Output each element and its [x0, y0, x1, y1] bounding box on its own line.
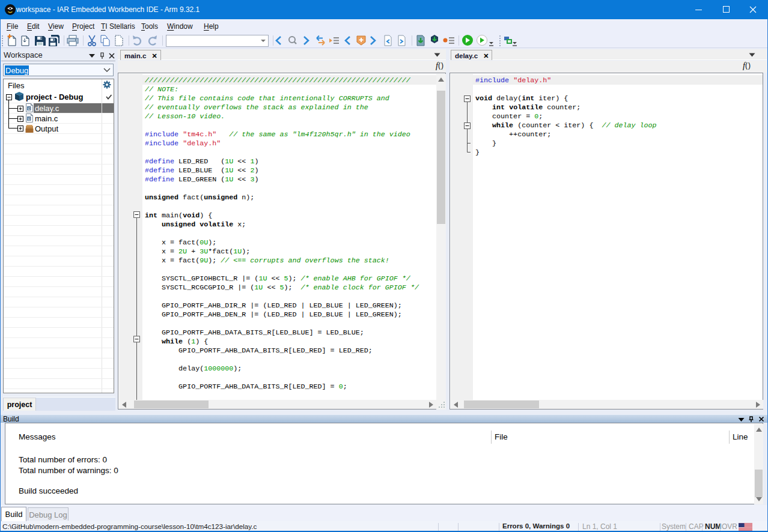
svg-text:c: c: [28, 106, 30, 110]
svg-text:c: c: [28, 116, 30, 121]
